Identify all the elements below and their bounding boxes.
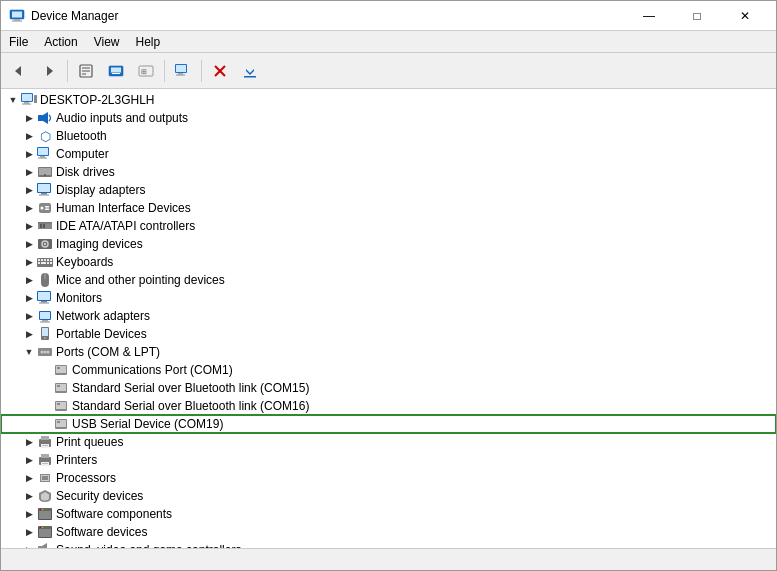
svg-rect-105 xyxy=(39,511,51,519)
expand-icon-portable[interactable]: ▶ xyxy=(21,326,37,342)
back-button[interactable] xyxy=(5,57,33,85)
expand-icon-network[interactable]: ▶ xyxy=(21,308,37,324)
expand-icon-keyboards[interactable]: ▶ xyxy=(21,254,37,270)
close-button[interactable]: ✕ xyxy=(722,1,768,31)
device-tree[interactable]: ▼ DESKTOP-2L3GHLH ▶Audio inputs and outp… xyxy=(1,89,776,548)
tree-item-mice[interactable]: ▶Mice and other pointing devices xyxy=(1,271,776,289)
svg-point-115 xyxy=(44,527,46,529)
svg-rect-75 xyxy=(42,328,48,336)
tree-item-printers[interactable]: ▶Printers xyxy=(1,451,776,469)
item-label-com16: Standard Serial over Bluetooth link (COM… xyxy=(72,399,309,413)
tree-item-computer[interactable]: ▶Computer xyxy=(1,145,776,163)
expand-icon-security[interactable]: ▶ xyxy=(21,488,37,504)
tree-item-network[interactable]: ▶Network adapters xyxy=(1,307,776,325)
tree-item-portable[interactable]: ▶Portable Devices xyxy=(1,325,776,343)
svg-rect-68 xyxy=(41,301,47,303)
item-icon-com16 xyxy=(53,398,69,414)
item-icon-disk xyxy=(37,164,53,180)
expand-icon-ide[interactable]: ▶ xyxy=(21,218,37,234)
svg-text:⊞: ⊞ xyxy=(141,68,147,75)
tree-item-software_components[interactable]: ▶Software components xyxy=(1,505,776,523)
item-icon-portable xyxy=(37,326,53,342)
svg-point-109 xyxy=(44,509,46,511)
tree-item-software_devices[interactable]: ▶Software devices xyxy=(1,523,776,541)
svg-marker-21 xyxy=(246,65,254,75)
expand-icon-mice[interactable]: ▶ xyxy=(21,272,37,288)
tree-item-audio[interactable]: ▶Audio inputs and outputs xyxy=(1,109,776,127)
expand-icon-processors[interactable]: ▶ xyxy=(21,470,37,486)
expand-icon-computer[interactable]: ▶ xyxy=(21,146,37,162)
svg-point-44 xyxy=(41,207,44,210)
tree-item-security[interactable]: ▶Security devices xyxy=(1,487,776,505)
item-icon-security xyxy=(37,488,53,504)
menu-help[interactable]: Help xyxy=(128,31,169,52)
svg-rect-71 xyxy=(40,312,50,319)
tree-item-hid[interactable]: ▶Human Interface Devices xyxy=(1,199,776,217)
svg-rect-2 xyxy=(14,19,20,21)
item-icon-mice xyxy=(37,272,53,288)
tree-item-com15[interactable]: Standard Serial over Bluetooth link (COM… xyxy=(1,379,776,397)
tree-item-disk[interactable]: ▶Disk drives xyxy=(1,163,776,181)
expand-icon-audio[interactable]: ▶ xyxy=(21,110,37,126)
tree-item-processors[interactable]: ▶Processors xyxy=(1,469,776,487)
svg-rect-35 xyxy=(38,158,47,159)
expand-icon-hid[interactable]: ▶ xyxy=(21,200,37,216)
expand-icon-print_queues[interactable]: ▶ xyxy=(21,434,37,450)
root-expand-icon[interactable]: ▼ xyxy=(5,92,21,108)
item-icon-monitors xyxy=(37,290,53,306)
forward-button[interactable] xyxy=(35,57,63,85)
expand-icon-bluetooth[interactable]: ▶ xyxy=(21,128,37,144)
tree-item-ide[interactable]: ▶IDE ATA/ATAPI controllers xyxy=(1,217,776,235)
svg-rect-67 xyxy=(38,292,50,300)
svg-rect-83 xyxy=(57,367,60,369)
menu-file[interactable]: File xyxy=(1,31,36,52)
svg-rect-94 xyxy=(41,436,49,440)
item-label-portable: Portable Devices xyxy=(56,327,147,341)
svg-rect-55 xyxy=(38,259,40,261)
expand-icon-monitors[interactable]: ▶ xyxy=(21,290,37,306)
svg-marker-29 xyxy=(43,112,48,124)
item-label-audio: Audio inputs and outputs xyxy=(56,111,188,125)
item-label-mice: Mice and other pointing devices xyxy=(56,273,225,287)
tree-item-com16[interactable]: Standard Serial over Bluetooth link (COM… xyxy=(1,397,776,415)
item-label-bluetooth: Bluetooth xyxy=(56,129,107,143)
svg-rect-16 xyxy=(176,65,186,72)
root-label: DESKTOP-2L3GHLH xyxy=(40,93,155,107)
tree-item-display[interactable]: ▶Display adapters xyxy=(1,181,776,199)
tree-item-sound[interactable]: ▶Sound, video and game controllers xyxy=(1,541,776,548)
svg-rect-11 xyxy=(111,67,121,72)
expand-icon-printers[interactable]: ▶ xyxy=(21,452,37,468)
tree-item-keyboards[interactable]: ▶Keyboards xyxy=(1,253,776,271)
expand-icon-ports[interactable]: ▼ xyxy=(21,344,37,360)
minimize-button[interactable]: — xyxy=(626,1,672,31)
item-label-hid: Human Interface Devices xyxy=(56,201,191,215)
expand-icon-display[interactable]: ▶ xyxy=(21,182,37,198)
download-button[interactable] xyxy=(236,57,264,85)
uninstall-button[interactable] xyxy=(206,57,234,85)
svg-rect-86 xyxy=(57,385,60,387)
tree-item-print_queues[interactable]: ▶Print queues xyxy=(1,433,776,451)
tree-item-ports[interactable]: ▼Ports (COM & LPT) xyxy=(1,343,776,361)
menu-action[interactable]: Action xyxy=(36,31,85,52)
svg-rect-18 xyxy=(176,74,185,75)
svg-marker-5 xyxy=(47,66,53,76)
svg-rect-96 xyxy=(42,445,48,446)
expand-icon-imaging[interactable]: ▶ xyxy=(21,236,37,252)
menu-view[interactable]: View xyxy=(86,31,128,52)
tree-item-com1[interactable]: Communications Port (COM1) xyxy=(1,361,776,379)
tree-item-bluetooth[interactable]: ▶⬡BBluetooth xyxy=(1,127,776,145)
item-label-ide: IDE ATA/ATAPI controllers xyxy=(56,219,195,233)
properties-button[interactable] xyxy=(72,57,100,85)
tree-root[interactable]: ▼ DESKTOP-2L3GHLH xyxy=(1,91,776,109)
tree-item-com19[interactable]: USB Serial Device (COM19) xyxy=(1,415,776,433)
expand-icon-disk[interactable]: ▶ xyxy=(21,164,37,180)
scan-button[interactable]: ⊞ xyxy=(132,57,160,85)
item-icon-software_devices xyxy=(37,524,53,540)
update-driver-button[interactable] xyxy=(102,57,130,85)
tree-item-imaging[interactable]: ▶Imaging devices xyxy=(1,235,776,253)
expand-icon-software_devices[interactable]: ▶ xyxy=(21,524,37,540)
computer-button[interactable] xyxy=(169,57,197,85)
maximize-button[interactable]: □ xyxy=(674,1,720,31)
tree-item-monitors[interactable]: ▶Monitors xyxy=(1,289,776,307)
expand-icon-software_components[interactable]: ▶ xyxy=(21,506,37,522)
